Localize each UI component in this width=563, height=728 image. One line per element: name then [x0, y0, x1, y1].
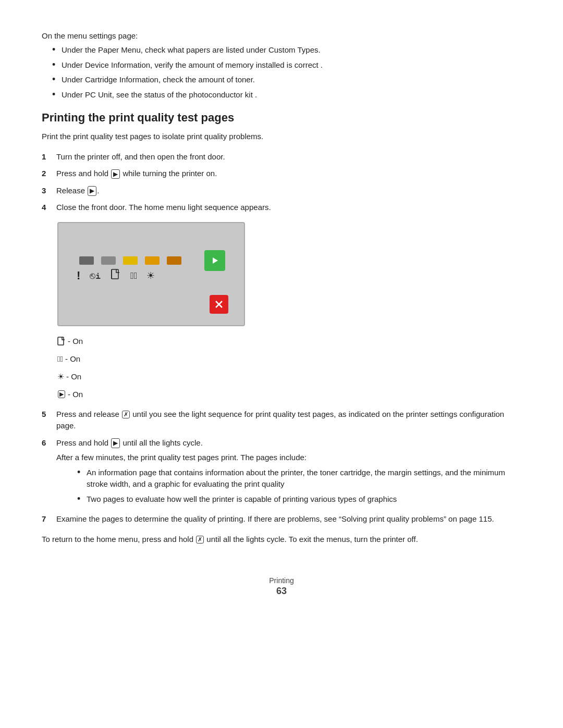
- exclamation-icon: !: [77, 269, 80, 282]
- legend-page-icon: [57, 337, 66, 346]
- light-5: [167, 256, 181, 265]
- step-4: 4 Close the front door. The home menu li…: [42, 202, 521, 214]
- svg-rect-1: [112, 269, 118, 279]
- footer-page-number: 63: [42, 586, 521, 597]
- step-1-num: 1: [42, 151, 56, 163]
- return-text-before: To return to the home menu, press and ho…: [42, 535, 195, 544]
- legend-cartridge-text: - On: [65, 351, 80, 367]
- step-5: 5 Press and release ✗ until you see the …: [42, 409, 521, 432]
- intro-menu-settings-text: On the menu settings page:: [42, 31, 521, 40]
- step-6-content: Press and hold ▶ until all the lights cy…: [56, 437, 521, 509]
- play-icon-step2: ▶: [111, 169, 120, 179]
- legend-cartridge-icon: 🖨⃠: [57, 355, 63, 363]
- green-play-icon: [211, 256, 219, 265]
- return-text-after: until all the lights cycle. To exit the …: [204, 535, 418, 544]
- step-1-content: Turn the printer off, and then open the …: [56, 151, 521, 163]
- step-6-text-before: Press and hold: [56, 438, 111, 447]
- step-6-subtext: After a few minutes, the print quality t…: [56, 452, 521, 464]
- return-text-paragraph: To return to the home menu, press and ho…: [42, 534, 521, 546]
- step-3-num: 3: [42, 185, 56, 197]
- intro-bullet-2: Under Device Information, verify the amo…: [52, 59, 521, 71]
- step-6-sub-bullet-2: Two pages to evaluate how well the print…: [77, 493, 521, 505]
- light-4: [145, 256, 160, 265]
- step-2: 2 Press and hold ▶ while turning the pri…: [42, 168, 521, 180]
- red-x-button: [210, 295, 228, 314]
- sun-settings-icon: ☀: [146, 270, 155, 281]
- step-7-num: 7: [42, 513, 56, 525]
- step-7: 7 Examine the pages to determine the qua…: [42, 513, 521, 525]
- step-2-text-before: Press and hold: [56, 169, 111, 178]
- play-icon-step3: ▶: [88, 186, 96, 195]
- panel-icons-row: ! ⎋ℹ 🖨⃠ ☀: [77, 269, 155, 283]
- legend-sun-icon: ☀: [57, 373, 64, 380]
- section-intro: Print the print quality test pages to is…: [42, 131, 521, 143]
- intro-bullet-1: Under the Paper Menu, check what papers …: [52, 44, 521, 56]
- cartridge-icon: 🖨⃠: [130, 270, 137, 281]
- intro-bullet-3: Under Cartridge Information, check the a…: [52, 74, 521, 86]
- footer: Printing 63: [42, 576, 521, 597]
- steps-list: 1 Turn the printer off, and then open th…: [42, 151, 521, 214]
- play-icon-step6: ▶: [111, 438, 120, 448]
- step-7-content: Examine the pages to determine the quali…: [56, 513, 521, 525]
- legend-cartridge: 🖨⃠ - On: [57, 351, 521, 367]
- legend-page-text: - On: [68, 334, 83, 349]
- legend-sun: ☀ - On: [57, 369, 521, 385]
- legend-play-text: - On: [68, 387, 83, 402]
- step-2-content: Press and hold ▶ while turning the print…: [56, 168, 521, 180]
- step-6-text-after: until all the lights cycle.: [120, 438, 203, 447]
- step-4-num: 4: [42, 202, 56, 214]
- step-3-text-before: Release: [56, 186, 87, 195]
- light-3: [123, 256, 138, 265]
- intro-bullet-list: Under the Paper Menu, check what papers …: [52, 44, 521, 101]
- legend-play: ▶ - On: [57, 387, 521, 402]
- doc-icon-svg: [111, 269, 121, 280]
- steps-list-continued: 5 Press and release ✗ until you see the …: [42, 409, 521, 525]
- icon-legend: - On 🖨⃠ - On ☀ - On ▶ - On: [57, 334, 521, 402]
- step-6-num: 6: [42, 437, 56, 449]
- step-3: 3 Release ▶.: [42, 185, 521, 197]
- page-doc-icon: [111, 269, 121, 283]
- legend-page: - On: [57, 334, 521, 349]
- step-6-sub-bullets: An information page that contains inform…: [77, 467, 521, 505]
- step-4-content: Close the front door. The home menu ligh…: [56, 202, 521, 214]
- panel-lights-row: [79, 250, 225, 271]
- x-icon-step5: ✗: [122, 411, 130, 418]
- light-2: [101, 256, 116, 265]
- section-title: Printing the print quality test pages: [42, 111, 521, 125]
- svg-rect-5: [58, 337, 64, 345]
- step-5-num: 5: [42, 409, 56, 421]
- footer-label: Printing: [42, 576, 521, 585]
- step-5-content: Press and release ✗ until you see the li…: [56, 409, 521, 432]
- step-6: 6 Press and hold ▶ until all the lights …: [42, 437, 521, 509]
- svg-marker-0: [213, 257, 218, 264]
- legend-play-icon: ▶: [58, 390, 65, 398]
- intro-bullet-4: Under PC Unit, see the status of the pho…: [52, 89, 521, 101]
- step-5-text-before: Press and release: [56, 410, 121, 418]
- step-1: 1 Turn the printer off, and then open th…: [42, 151, 521, 163]
- step-2-num: 2: [42, 168, 56, 180]
- printer-panel-image: ! ⎋ℹ 🖨⃠ ☀: [57, 222, 245, 326]
- light-1: [79, 256, 94, 265]
- legend-sun-text: - On: [66, 369, 81, 385]
- step-2-text-after: while turning the printer on.: [120, 169, 217, 178]
- red-x-icon: [214, 300, 224, 309]
- step-3-content: Release ▶.: [56, 185, 521, 197]
- step-3-text-after: .: [97, 186, 99, 195]
- step-6-sub-bullet-1: An information page that contains inform…: [77, 467, 521, 490]
- pulse-icon: ⎋ℹ: [90, 270, 101, 281]
- x-icon-return: ✗: [196, 536, 204, 544]
- green-play-button: [204, 250, 225, 271]
